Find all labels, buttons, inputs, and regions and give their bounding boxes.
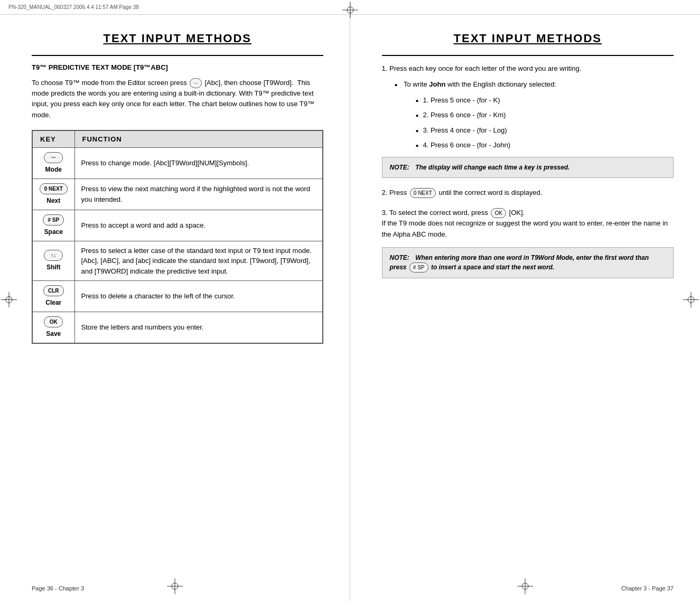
list-item-2: 2. Press 0 NEXT until the correct word i…	[382, 187, 674, 198]
crosshair-left-bottom	[167, 578, 183, 594]
shift-label: Shift	[39, 262, 68, 272]
list-num-1: 1.	[382, 64, 389, 72]
left-footer: Page 36 - Chapter 3	[32, 585, 84, 591]
left-page: TEXT INPUT METHODS T9™ PREDICTIVE TEXT M…	[0, 0, 350, 601]
note-label-2: NOTE:	[390, 254, 409, 261]
sub-step-4: 4. Press 6 once - (for - John)	[416, 140, 674, 151]
key-cell-mode: ··· Mode	[32, 147, 74, 179]
function-cell-shift: Press to select a letter case of the sta…	[74, 241, 323, 281]
sub-step-2: 2. Press 6 once - (for - Km)	[416, 110, 674, 120]
key-function-table: KEY FUNCTION ··· Mode Press to change mo…	[32, 130, 323, 344]
right-numbered-list: 1. Press each key once for each letter o…	[382, 63, 674, 278]
list-text-1: Press each key once for each letter of t…	[389, 64, 581, 72]
list-num-2: 2.	[382, 189, 389, 196]
bullet-john: To write John with the English dictionar…	[395, 79, 674, 151]
note-box-1: NOTE: The display will change each time …	[382, 157, 674, 178]
function-cell-space: Press to accept a word and add a space.	[74, 210, 323, 241]
clear-icon: CLR	[43, 285, 64, 296]
key-cell-shift: ↑↓ Shift	[32, 241, 74, 281]
mode-label: Mode	[39, 165, 68, 174]
right-page-title: TEXT INPUT METHODS	[382, 32, 674, 45]
crosshair-right-bottom	[517, 578, 533, 594]
crosshair-left-mid	[1, 292, 17, 308]
table-row: CLR Clear Press to delete a character to…	[32, 281, 323, 312]
space-icon-note: # SP	[409, 262, 428, 273]
list-num-3: 3.	[382, 209, 389, 217]
list-text-2b: until the correct word is displayed.	[438, 189, 542, 196]
note-label-1: NOTE:	[390, 164, 409, 171]
key-cell-space: # SP Space	[32, 210, 74, 241]
list-text-3a: To select the correct word, press	[389, 209, 490, 217]
next-label: Next	[39, 196, 68, 205]
sub-step-3: 3. Press 4 once - (for - Log)	[416, 125, 674, 136]
sub-step-1: 1. Press 5 once - (for - K)	[416, 95, 674, 106]
mode-icon: ···	[44, 152, 63, 163]
ok-icon-inline: OK	[491, 208, 506, 219]
bold-john: John	[429, 80, 445, 88]
list-item-1: 1. Press each key once for each letter o…	[382, 63, 674, 178]
shift-icon: ↑↓	[44, 250, 63, 261]
key-cell-next: 0 NEXT Next	[32, 179, 74, 210]
function-cell-next: Press to view the next matching word if …	[74, 179, 323, 210]
save-label: Save	[39, 329, 68, 339]
next-icon-inline: 0 NEXT	[410, 188, 436, 199]
function-cell-save: Store the letters and numbers you enter.	[74, 312, 323, 344]
col-header-function: FUNCTION	[74, 130, 323, 148]
table-row: ··· Mode Press to change mode. [Abc][T9W…	[32, 147, 323, 179]
next-icon: 0 NEXT	[40, 183, 68, 194]
col-header-key: KEY	[32, 130, 74, 148]
list-item-3: 3. To select the correct word, press OK …	[382, 208, 674, 278]
intro-text: To choose T9™ mode from the Editor scree…	[32, 78, 323, 120]
clear-label: Clear	[39, 298, 68, 307]
key-cell-save: OK Save	[32, 312, 74, 344]
table-row: OK Save Store the letters and numbers yo…	[32, 312, 323, 344]
key-cell-clear: CLR Clear	[32, 281, 74, 312]
table-row: 0 NEXT Next Press to view the next match…	[32, 179, 323, 210]
table-row: # SP Space Press to accept a word and ad…	[32, 210, 323, 241]
space-icon: # SP	[43, 214, 64, 226]
right-footer: Chapter 3 - Page 37	[621, 585, 674, 591]
right-divider	[382, 55, 674, 56]
space-label: Space	[39, 227, 68, 237]
note-box-2: NOTE: When entering more than one word i…	[382, 247, 674, 278]
bullet-sub-list: To write John with the English dictionar…	[395, 79, 674, 151]
crosshair-top	[342, 2, 358, 18]
note-text-2b: to insert a space and start the next wor…	[431, 264, 554, 271]
sub-numbered-list: 1. Press 5 once - (for - K) 2. Press 6 o…	[416, 95, 674, 151]
save-icon: OK	[44, 316, 63, 327]
function-cell-clear: Press to delete a character to the left …	[74, 281, 323, 312]
table-row: ↑↓ Shift Press to select a letter case o…	[32, 241, 323, 281]
function-cell-mode: Press to change mode. [Abc][T9Word][NUM]…	[74, 147, 323, 179]
section-subtitle: T9™ PREDICTIVE TEXT MODE [T9™ABC]	[32, 63, 323, 71]
right-page: TEXT INPUT METHODS 1. Press each key onc…	[350, 0, 701, 601]
left-page-title: TEXT INPUT METHODS	[32, 32, 323, 45]
list-text-2a: Press	[389, 189, 409, 196]
note-text-1: The display will change each time a key …	[415, 164, 570, 171]
left-divider	[32, 55, 323, 56]
mode-icon-inline: ···	[190, 78, 201, 89]
crosshair-right-mid	[683, 292, 699, 308]
